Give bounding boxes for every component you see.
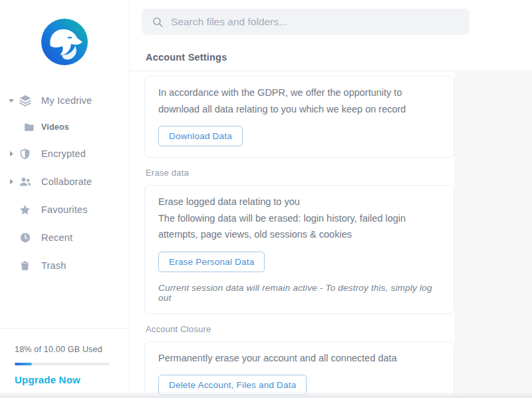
content-background-panel [454,72,532,398]
sidebar-item-my-icedrive[interactable]: My Icedrive [0,87,129,114]
erase-data-text-line2: The following data will be erased: login… [158,210,440,243]
session-note: Current session data will remain active … [158,283,440,303]
folder-icon [23,122,35,133]
sidebar-item-label: Collaborate [41,176,92,187]
app-root: My Icedrive Videos Encrypted [0,0,532,398]
clock-icon [18,232,32,244]
search-icon [152,16,164,28]
erase-data-section-label: Erase data [146,168,454,178]
sidebar: My Icedrive Videos Encrypted [0,0,130,398]
erase-personal-data-button[interactable]: Erase Personal Data [158,252,265,272]
download-data-button[interactable]: Download Data [158,126,243,146]
sidebar-item-label: My Icedrive [41,95,92,106]
erase-data-text-line1: Erase logged data relating to you [158,194,440,210]
sidebar-item-label: Encrypted [41,148,86,159]
upgrade-now-link[interactable]: Upgrade Now [15,374,80,385]
sidebar-item-collaborate[interactable]: Collaborate [0,168,129,196]
erase-data-card: Erase logged data relating to you The fo… [144,185,454,314]
delete-account-button[interactable]: Delete Account, Files and Data [158,375,307,395]
storage-meter: 18% of 10.00 GB Used Upgrade Now [0,328,129,398]
trash-icon [18,260,32,272]
sidebar-item-label: Recent [41,232,72,243]
sidebar-item-label: Trash [41,260,66,271]
sidebar-item-favourites[interactable]: Favourites [0,196,129,224]
main-area: Account Settings In accordance with the … [130,0,532,398]
account-closure-card: Permanently erase your account and all c… [144,341,454,398]
chevron-right-icon[interactable] [8,178,18,185]
storage-progress-bar [15,363,109,365]
sidebar-item-videos[interactable]: Videos [0,114,129,140]
icedrive-logo[interactable] [41,19,88,65]
account-closure-text: Permanently erase your account and all c… [158,350,440,367]
icedrive-logo-icon [41,19,88,65]
sidebar-item-recent[interactable]: Recent [0,224,129,252]
chevron-down-icon[interactable] [8,97,18,104]
settings-cards-column: In accordance with the GDPR, we offer th… [144,71,454,398]
shield-icon [18,148,32,160]
layers-icon [18,94,32,107]
search-input[interactable] [171,16,460,28]
sidebar-item-label: Videos [41,122,69,132]
storage-usage-text: 18% of 10.00 GB Used [15,345,114,354]
settings-content: In accordance with the GDPR, we offer th… [130,71,532,398]
sidebar-item-trash[interactable]: Trash [0,252,129,280]
gdpr-download-text: In accordance with the GDPR, we offer th… [158,85,440,117]
sidebar-item-encrypted[interactable]: Encrypted [0,140,129,168]
page-title: Account Settings [146,52,227,63]
search-bar[interactable] [142,9,469,35]
sidebar-item-label: Favourites [41,204,88,215]
storage-progress-fill [15,363,32,365]
chevron-right-icon[interactable] [8,150,18,157]
users-icon [18,175,32,188]
sidebar-nav: My Icedrive Videos Encrypted [0,87,129,280]
star-icon [18,204,32,216]
account-closure-section-label: Account Closure [146,324,454,334]
gdpr-download-card: In accordance with the GDPR, we offer th… [144,76,454,158]
